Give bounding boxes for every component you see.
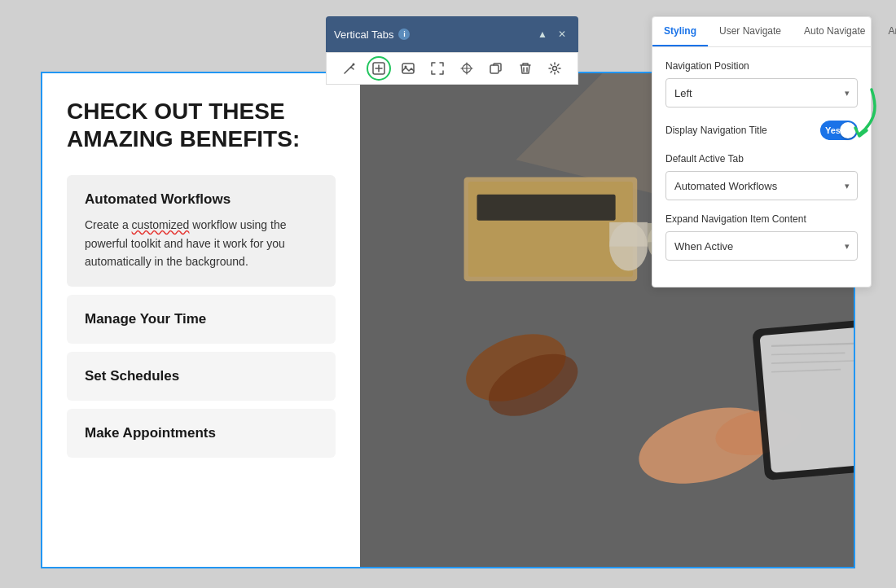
svg-rect-8 (609, 222, 648, 247)
nav-position-select-wrapper: Left Right Top Bottom ▾ (665, 78, 858, 108)
nav-item-manage-time[interactable]: Manage Your Time (67, 295, 336, 344)
svg-rect-15 (759, 327, 854, 473)
expand-nav-wrapper: When Active Always Never ▾ (665, 231, 858, 261)
display-nav-title-row: Display Navigation Title Yes (665, 121, 858, 140)
svg-rect-26 (490, 65, 499, 73)
canvas-area: CHECK OUT THESE AMAZING BENEFITS: Automa… (0, 0, 896, 588)
move-button[interactable] (455, 56, 479, 81)
nav-item-title-3: Set Schedules (85, 368, 318, 384)
toggle-thumb (840, 122, 856, 138)
toggle-yes-label: Yes (825, 125, 841, 135)
default-active-tab-label: Default Active Tab (665, 153, 858, 165)
delete-button[interactable] (513, 56, 538, 81)
display-nav-title-toggle[interactable]: Yes (820, 121, 858, 140)
tools-row (326, 52, 578, 85)
toolbar: Vertical Tabs i ▲ ✕ (326, 16, 578, 52)
toggle-track[interactable]: Yes (820, 121, 858, 140)
add-element-button[interactable] (367, 56, 391, 81)
nav-position-label: Navigation Position (665, 60, 858, 72)
underline-word: customized (132, 218, 190, 231)
panel-heading: CHECK OUT THESE AMAZING BENEFITS: (67, 98, 336, 152)
svg-rect-5 (477, 195, 616, 221)
tab-user-navigate[interactable]: User Navigate (708, 17, 793, 46)
nav-item-title: Automated Workflows (85, 191, 318, 208)
tab-styling[interactable]: Styling (652, 17, 708, 46)
nav-position-select[interactable]: Left Right Top Bottom (665, 78, 858, 108)
tab-auto-navigate[interactable]: Auto Navigate (793, 17, 876, 46)
toolbar-title: Vertical Tabs i (334, 29, 410, 41)
properties-panel: Styling User Navigate Auto Navigate Anim… (652, 16, 872, 287)
svg-point-20 (353, 64, 355, 66)
default-active-tab-wrapper: Automated Workflows Manage Your Time Set… (665, 171, 858, 200)
duplicate-button[interactable] (484, 56, 508, 81)
svg-point-27 (553, 67, 557, 71)
wand-tool-button[interactable] (337, 56, 362, 81)
nav-item-set-schedules[interactable]: Set Schedules (67, 352, 336, 401)
default-active-tab-select[interactable]: Automated Workflows Manage Your Time Set… (665, 171, 858, 200)
toolbar-actions: ▲ ✕ (534, 26, 570, 42)
tab-animation[interactable]: Animation (876, 17, 896, 46)
nav-item-title-4: Make Appointments (85, 425, 318, 441)
toolbar-title-text: Vertical Tabs (334, 29, 393, 41)
close-button[interactable]: ✕ (554, 26, 570, 42)
settings-button[interactable] (542, 56, 567, 81)
nav-item-automated-workflows[interactable]: Automated Workflows Create a customized … (67, 175, 336, 287)
info-icon[interactable]: i (398, 29, 410, 40)
props-body: Navigation Position Left Right Top Botto… (652, 47, 871, 287)
nav-item-title-2: Manage Your Time (85, 311, 318, 327)
expand-nav-select[interactable]: When Active Always Never (665, 231, 858, 261)
nav-item-make-appointments[interactable]: Make Appointments (67, 409, 336, 458)
fullscreen-button[interactable] (425, 56, 450, 81)
nav-item-content: Create a customized workflow using the p… (85, 216, 318, 270)
display-nav-title-label: Display Navigation Title (665, 125, 767, 136)
image-tool-button[interactable] (396, 56, 420, 81)
props-tabs: Styling User Navigate Auto Navigate Anim… (652, 17, 871, 47)
left-panel: CHECK OUT THESE AMAZING BENEFITS: Automa… (42, 73, 360, 567)
expand-nav-label: Expand Navigation Item Content (665, 213, 858, 225)
collapse-button[interactable]: ▲ (534, 26, 551, 42)
